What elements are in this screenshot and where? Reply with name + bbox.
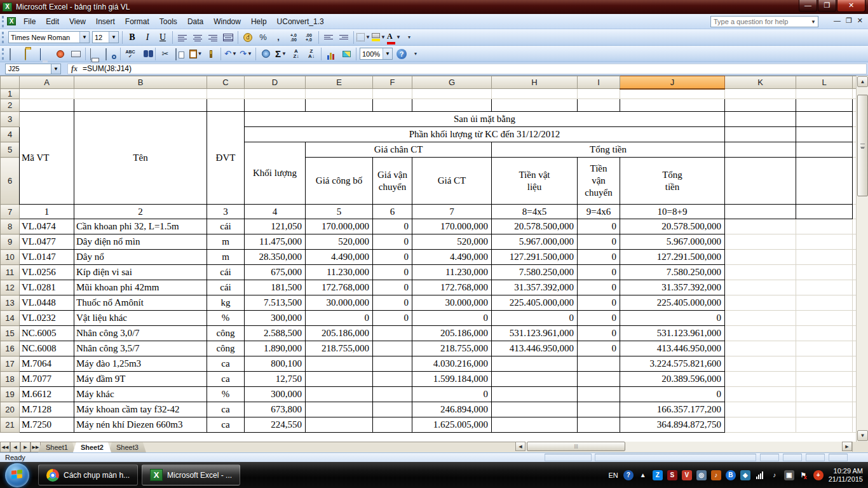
cell[interactable] <box>306 89 373 99</box>
language-indicator[interactable]: EN <box>608 471 618 479</box>
cell-khoi-luong[interactable]: Khối lượng <box>245 142 306 205</box>
cell-H11[interactable]: 7.580.250,000 <box>492 265 578 280</box>
hidden-icons-arrow[interactable]: ▲ <box>638 470 648 480</box>
first-sheet-button[interactable]: ◀◀ <box>0 442 10 452</box>
cell[interactable] <box>725 112 796 127</box>
font-size-combo[interactable]: 12 ▼ <box>92 31 119 43</box>
cell[interactable] <box>796 158 853 205</box>
row-header-2[interactable]: 2 <box>1 99 20 112</box>
cell-E17[interactable] <box>306 356 373 372</box>
row-header-21[interactable]: 21 <box>1 417 20 433</box>
cell-F17[interactable] <box>373 356 412 372</box>
cell-J20[interactable]: 166.357.177,200 <box>620 402 725 417</box>
cell-C9[interactable]: m <box>207 234 245 250</box>
cell-D10[interactable]: 28.350,000 <box>245 250 306 265</box>
cell-H21[interactable] <box>492 417 578 433</box>
name-box-dropdown[interactable]: ▼ <box>51 64 61 74</box>
sheet-tab-sheet3[interactable]: Sheet3 <box>109 442 146 452</box>
worksheet-grid[interactable]: ABCDEFGHIJKL123Mã VTTênĐVTSan ủi mặt bằn… <box>0 76 856 442</box>
row-header-20[interactable]: 20 <box>1 402 20 417</box>
taskbar-excel-button[interactable]: X Microsoft Excel - ... <box>142 464 240 485</box>
decrease-indent-button[interactable] <box>322 30 336 44</box>
cell-B12[interactable]: Mũi khoan phi 42mm <box>74 280 207 295</box>
photo-app-icon[interactable]: ◎ <box>696 470 707 480</box>
row-header-11[interactable]: 11 <box>1 265 20 280</box>
cell[interactable] <box>373 89 412 99</box>
cell-index[interactable]: 1 <box>20 205 74 219</box>
increase-decimal-button[interactable]: +.0.00 <box>287 30 301 44</box>
column-header-E[interactable]: E <box>306 76 373 89</box>
underline-button[interactable]: U <box>156 30 170 44</box>
cell[interactable] <box>725 219 796 234</box>
cell-G21[interactable]: 1.625.005,000 <box>412 417 492 433</box>
cell[interactable] <box>796 341 853 356</box>
unikey-help-icon[interactable]: ? <box>623 470 634 480</box>
cell[interactable] <box>373 99 412 112</box>
help-search-box[interactable]: ▼ <box>710 16 818 27</box>
restore-button[interactable]: ❐ <box>818 0 836 12</box>
minimize-button[interactable]: — <box>799 0 817 12</box>
cell-gia-cong-bo[interactable]: Giá công bố <box>306 158 373 205</box>
comma-button[interactable]: , <box>271 30 285 44</box>
cell-C10[interactable]: m <box>207 250 245 265</box>
cell[interactable] <box>725 265 796 280</box>
column-header-F[interactable]: F <box>373 76 412 89</box>
cell-A8[interactable]: VL.0474 <box>20 219 74 234</box>
cell-gia-chan-ct[interactable]: Giá chân CT <box>306 142 492 158</box>
toolbar-options-chevron[interactable]: ▾ <box>412 51 419 57</box>
cell-H15[interactable]: 531.123.961,000 <box>492 326 578 341</box>
cell-B11[interactable]: Kíp điện vi sai <box>74 265 207 280</box>
scroll-right-button[interactable]: ▶ <box>842 442 852 451</box>
cell-A20[interactable]: M.7128 <box>20 402 74 417</box>
scroll-up-button[interactable]: ▲ <box>857 76 868 87</box>
cell-index[interactable]: 7 <box>412 205 492 219</box>
cell[interactable] <box>796 372 853 387</box>
cell-E16[interactable]: 218.755,000 <box>306 341 373 356</box>
cell-H13[interactable]: 225.405.000,000 <box>492 295 578 311</box>
italic-button[interactable]: I <box>140 30 154 44</box>
cell-J12[interactable]: 31.357.392,000 <box>620 280 725 295</box>
cell[interactable] <box>796 250 853 265</box>
cell-C13[interactable]: kg <box>207 295 245 311</box>
menu-data[interactable]: Data <box>182 15 208 28</box>
cell[interactable] <box>725 89 796 99</box>
cell-C17[interactable]: ca <box>207 356 245 372</box>
cell-D13[interactable]: 7.513,500 <box>245 295 306 311</box>
cell-B15[interactable]: Nhân công 3,0/7 <box>74 326 207 341</box>
cell-tong-tien-group[interactable]: Tổng tiền <box>492 142 725 158</box>
scroll-left-button[interactable]: ◀ <box>515 442 526 451</box>
cell-F18[interactable] <box>373 372 412 387</box>
copy-button[interactable] <box>173 47 187 61</box>
cell-F15[interactable] <box>373 326 412 341</box>
cell-A19[interactable]: M.6612 <box>20 387 74 402</box>
cell-B18[interactable]: Máy đầm 9T <box>74 372 207 387</box>
cell-I9[interactable]: 0 <box>578 234 620 250</box>
cell-G18[interactable]: 1.599.184,000 <box>412 372 492 387</box>
drawing-button[interactable] <box>339 47 353 61</box>
cell-D21[interactable]: 224,550 <box>245 417 306 433</box>
sort-descending-button[interactable]: ZA↓ <box>304 47 318 61</box>
cell-D16[interactable]: 1.890,000 <box>245 341 306 356</box>
cell-E21[interactable] <box>306 417 373 433</box>
cell-index[interactable]: 4 <box>245 205 306 219</box>
chevron-down-icon[interactable]: ▼ <box>809 17 818 27</box>
cell[interactable] <box>725 280 796 295</box>
sort-ascending-button[interactable]: AZ↓ <box>289 47 303 61</box>
cell[interactable] <box>796 295 853 311</box>
cell-G11[interactable]: 11.230,000 <box>412 265 492 280</box>
cell-index[interactable]: 9=4x6 <box>578 205 620 219</box>
chart-wizard-button[interactable] <box>324 47 338 61</box>
insert-function-icon[interactable]: fx <box>68 64 83 74</box>
row-header-15[interactable]: 15 <box>1 326 20 341</box>
increase-indent-button[interactable] <box>337 30 351 44</box>
cell-J19[interactable]: 0 <box>620 387 725 402</box>
network-flag-icon[interactable]: ⚑x <box>799 470 809 480</box>
cell-J10[interactable]: 127.291.500,000 <box>620 250 725 265</box>
cell-J16[interactable]: 413.446.950,000 <box>620 341 725 356</box>
cell-I14[interactable]: 0 <box>578 311 620 326</box>
cell[interactable] <box>796 112 853 127</box>
cell-I10[interactable]: 0 <box>578 250 620 265</box>
menu-view[interactable]: View <box>64 15 91 28</box>
align-left-button[interactable] <box>175 30 189 44</box>
cell-A11[interactable]: VL.0256 <box>20 265 74 280</box>
